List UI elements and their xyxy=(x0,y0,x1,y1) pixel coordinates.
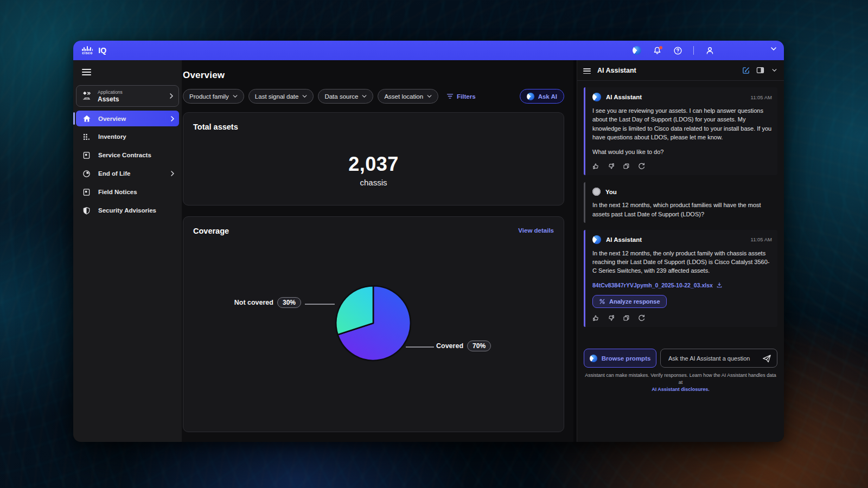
filter-chip-label: Last signal date xyxy=(255,93,299,100)
analyze-icon xyxy=(599,298,605,305)
assistant-disclaimer: Assistant can make mistakes. Verify resp… xyxy=(584,372,777,393)
sidebar-menu-icon[interactable] xyxy=(82,69,91,75)
sidebar-item-service-contracts[interactable]: Service Contracts xyxy=(76,147,179,163)
sidebar-nav-list: Inventory Service Contracts xyxy=(76,129,179,218)
user-profile-icon[interactable] xyxy=(705,46,714,55)
coverage-card: Coverage View details Not covered 30% Co… xyxy=(183,216,564,432)
topbar-actions xyxy=(633,46,714,55)
ask-ai-button[interactable]: Ask AI xyxy=(520,89,564,104)
sidebar-item-label: Overview xyxy=(98,115,126,122)
assistant-header-actions xyxy=(742,66,778,75)
thumbs-down-icon[interactable] xyxy=(608,314,615,322)
sidebar-item-label: Security Advisories xyxy=(98,207,156,214)
ai-avatar-icon xyxy=(592,235,601,244)
copy-icon[interactable] xyxy=(623,314,630,322)
assistant-question-input[interactable] xyxy=(668,355,758,362)
chevron-right-icon xyxy=(170,93,173,99)
page-title: Overview xyxy=(183,70,573,81)
shield-icon xyxy=(82,206,91,215)
topbar-chevron-down-icon[interactable] xyxy=(771,47,776,50)
analyze-response-button[interactable]: Analyze response xyxy=(592,295,667,308)
filter-chip-data-source[interactable]: Data source xyxy=(318,89,373,104)
coverage-title: Coverage xyxy=(193,227,554,235)
view-details-link[interactable]: View details xyxy=(518,227,554,234)
message-sender: AI Assistant xyxy=(606,236,642,243)
inventory-grid-icon xyxy=(82,132,91,142)
message-body: I see you are reviewing your assets. I c… xyxy=(592,106,772,156)
not-covered-percent-badge: 30% xyxy=(277,297,301,308)
message-header: You xyxy=(592,188,772,196)
regenerate-icon[interactable] xyxy=(638,163,645,170)
regenerate-icon[interactable] xyxy=(638,314,645,322)
sidebar-item-field-notices[interactable]: Field Notices xyxy=(76,184,179,200)
ai-logo-icon xyxy=(527,93,534,100)
covered-label: Covered 70% xyxy=(436,341,491,351)
filter-chip-last-signal-date[interactable]: Last signal date xyxy=(248,89,314,104)
user-avatar xyxy=(592,188,601,196)
message-body: In the next 12 months, which product fam… xyxy=(592,201,772,219)
cisco-logo-text: cisco xyxy=(82,52,93,55)
download-icon[interactable] xyxy=(716,282,723,288)
sidebar-item-label: End of Life xyxy=(98,170,130,177)
message-paragraph: In the next 12 months, which product fam… xyxy=(592,201,772,219)
coverage-pie-chart xyxy=(333,283,413,363)
app-switcher-assets[interactable]: Applications Assets xyxy=(76,85,179,107)
browse-prompts-button[interactable]: Browse prompts xyxy=(584,349,656,368)
ai-assistant-toggle-icon[interactable] xyxy=(633,46,641,55)
not-covered-label: Not covered 30% xyxy=(234,297,301,308)
filter-chip-label: Asset location xyxy=(384,93,423,100)
assistant-input-wrapper xyxy=(660,349,777,368)
filter-chip-label: Product family xyxy=(189,93,229,100)
brand[interactable]: cisco IQ xyxy=(82,46,107,55)
disclaimer-link[interactable]: AI Assistant disclosures. xyxy=(652,387,710,392)
chevron-down-icon[interactable] xyxy=(770,66,778,75)
help-icon[interactable] xyxy=(673,46,682,55)
message-header: AI Assistant 11:05 AM xyxy=(592,93,772,101)
assistant-menu-icon[interactable] xyxy=(583,68,591,75)
assistant-message: AI Assistant 11:05 AM In the next 12 mon… xyxy=(584,230,777,327)
filters-button[interactable]: Filters xyxy=(446,93,476,100)
app-category-label: Applications xyxy=(98,89,123,95)
callout-line-covered xyxy=(406,346,434,348)
chevron-down-icon xyxy=(233,95,238,98)
sidebar-item-label: Field Notices xyxy=(98,189,137,195)
browse-prompts-label: Browse prompts xyxy=(602,355,651,362)
app-window: cisco IQ xyxy=(73,41,784,442)
topbar-divider xyxy=(693,46,694,55)
sidebar-item-overview[interactable]: Overview xyxy=(76,111,179,126)
panel-layout-icon[interactable] xyxy=(756,66,764,75)
sidebar-item-label: Inventory xyxy=(98,133,126,140)
send-icon[interactable] xyxy=(762,354,771,363)
ask-ai-label: Ask AI xyxy=(538,93,557,100)
total-assets-value: 2,037 xyxy=(183,153,564,176)
sidebar-item-security-advisories[interactable]: Security Advisories xyxy=(76,203,179,218)
cisco-logo-icon: cisco xyxy=(82,46,93,55)
notifications-bell-icon[interactable] xyxy=(652,46,662,55)
filter-chip-product-family[interactable]: Product family xyxy=(183,89,244,104)
message-body: In the next 12 months, the only product … xyxy=(592,249,772,275)
assistant-title: AI Assistant xyxy=(597,67,636,74)
message-header: AI Assistant 11:05 AM xyxy=(592,235,772,244)
app-name-label: Assets xyxy=(98,95,123,103)
new-chat-icon[interactable] xyxy=(742,66,750,75)
thumbs-down-icon[interactable] xyxy=(608,163,615,170)
attachment-link[interactable]: 84tCv83847rYVJpymh_0_2025-10-22_03.xlsx xyxy=(592,282,772,288)
filter-chip-asset-location[interactable]: Asset location xyxy=(378,89,438,104)
not-covered-text: Not covered xyxy=(234,299,273,306)
filter-icon xyxy=(446,93,454,99)
sidebar-item-end-of-life[interactable]: End of Life xyxy=(76,166,179,181)
ai-logo-icon xyxy=(590,355,597,362)
thumbs-up-icon[interactable] xyxy=(592,314,599,322)
thumbs-up-icon[interactable] xyxy=(592,163,599,170)
chevron-right-icon xyxy=(171,116,174,121)
filter-bar: Product family Last signal date Data sou… xyxy=(183,89,564,104)
message-timestamp: 11:05 AM xyxy=(751,94,772,100)
assets-app-icon xyxy=(82,91,92,101)
sidebar-item-inventory[interactable]: Inventory xyxy=(76,129,179,144)
message-paragraph: In the next 12 months, the only product … xyxy=(592,249,772,275)
product-name: IQ xyxy=(98,46,106,55)
attachment-filename: 84tCv83847rYVJpymh_0_2025-10-22_03.xlsx xyxy=(592,282,713,288)
copy-icon[interactable] xyxy=(623,163,630,170)
end-of-life-clock-icon xyxy=(82,169,91,178)
total-assets-card: Total assets 2,037 chassis xyxy=(183,112,564,206)
